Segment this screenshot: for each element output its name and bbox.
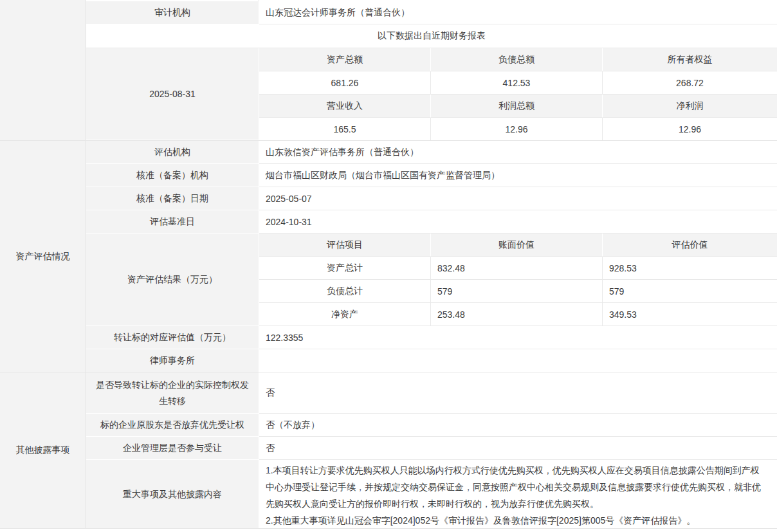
field-label-control-transfer: 是否导致转让标的企业的实际控制权发生转移 xyxy=(86,372,259,414)
field-value-approve-date: 2025-05-07 xyxy=(259,187,777,210)
field-value-major-disclosure: 1.本项目转让方要求优先购买权人只能以场内行权方式行使优先购买权，优先购买权人应… xyxy=(259,460,777,528)
eval-table-row-assets: 资产总计 832.48 928.53 xyxy=(259,257,777,280)
header-cell-total-liabilities: 负债总额 xyxy=(431,48,603,71)
financial-header-row-2: 营业收入 利润总额 净利润 xyxy=(259,95,777,118)
financial-table: 资产总额 负债总额 所有者权益 681.26 412.53 268.72 营业收… xyxy=(259,48,777,140)
header-cell-total-profit: 利润总额 xyxy=(431,95,603,118)
field-label-approve-date: 核准（备案）日期 xyxy=(86,187,259,210)
value-cell-total-assets: 681.26 xyxy=(259,71,431,95)
value-cell-net-profit: 12.96 xyxy=(603,118,777,140)
value-cell-total-profit: 12.96 xyxy=(431,118,603,140)
value-cell-total-liabilities: 412.53 xyxy=(431,71,603,95)
field-value-transfer-value: 122.3355 xyxy=(259,326,777,349)
audit-org-row: 审计机构 山东冠达会计师事务所（普通合伙） xyxy=(86,1,777,24)
assessed-cell-net-assets: 349.53 xyxy=(603,303,777,326)
value-cell-owner-equity: 268.72 xyxy=(603,71,777,95)
field-value-law-firm xyxy=(259,349,777,372)
header-cell-eval-item: 评估项目 xyxy=(259,234,431,257)
bottom-strip xyxy=(0,529,777,532)
field-label-base-date: 评估基准日 xyxy=(86,210,259,234)
section-asset-evaluation: 资产评估情况 评估机构 山东敦信资产评估事务所（普通合伙） 核准（备案）机构 烟… xyxy=(0,141,777,372)
field-label-waiver: 标的企业原股东是否放弃优先受让权 xyxy=(86,414,259,437)
value-cell-revenue: 165.5 xyxy=(259,118,431,140)
field-label-major-disclosure: 重大事项及其他披露内容 xyxy=(86,460,259,528)
field-label-eval-result: 资产评估结果（万元） xyxy=(86,234,259,326)
field-label-approve-org: 核准（备案）机构 xyxy=(86,164,259,187)
major-disclosure-line-1: 1.本项目转让方要求优先购买权人只能以场内行权方式行使优先购买权，优先购买权人应… xyxy=(266,462,767,512)
field-label-audit-org: 审计机构 xyxy=(86,1,259,24)
field-label-law-firm: 律师事务所 xyxy=(86,349,259,372)
eval-agency-row: 评估机构 山东敦信资产评估事务所（普通合伙） xyxy=(86,141,777,164)
field-label-eval-agency: 评估机构 xyxy=(86,141,259,164)
section-other-disclosure: 其他披露事项 是否导致转让标的企业的实际控制权发生转移 否 标的企业原股东是否放… xyxy=(0,372,777,529)
field-value-audit-org: 山东冠达会计师事务所（普通合伙） xyxy=(259,1,777,24)
financial-date-label: 2025-08-31 xyxy=(86,48,259,140)
approve-date-row: 核准（备案）日期 2025-05-07 xyxy=(86,187,777,210)
header-cell-net-profit: 净利润 xyxy=(603,95,777,118)
field-value-approve-org: 烟台市福山区财政局（烟台市福山区国有资产监督管理局） xyxy=(259,164,777,187)
transfer-value-row: 转让标的对应评估值（万元） 122.3355 xyxy=(86,326,777,349)
approve-org-row: 核准（备案）机构 烟台市福山区财政局（烟台市福山区国有资产监督管理局） xyxy=(86,164,777,187)
field-value-eval-agency: 山东敦信资产评估事务所（普通合伙） xyxy=(259,141,777,164)
financial-header-row-1: 资产总额 负债总额 所有者权益 xyxy=(259,48,777,71)
assessed-cell-total-liabilities: 579 xyxy=(603,280,777,303)
base-date-row: 评估基准日 2024-10-31 xyxy=(86,210,777,234)
sidebar-label-other-disclosure: 其他披露事项 xyxy=(0,372,86,528)
header-cell-book-value: 账面价值 xyxy=(431,234,603,257)
item-cell-net-assets: 净资产 xyxy=(259,303,431,326)
header-cell-revenue: 营业收入 xyxy=(259,95,431,118)
section-audit-financial: 审计机构 山东冠达会计师事务所（普通合伙） 以下数据出自近期财务报表 2025-… xyxy=(0,1,777,141)
item-cell-total-liabilities: 负债总计 xyxy=(259,280,431,303)
eval-result-table: 评估项目 账面价值 评估价值 资产总计 832.48 928.53 负债总计 5… xyxy=(259,234,777,326)
financial-value-row-1: 681.26 412.53 268.72 xyxy=(259,71,777,95)
major-disclosure-row: 重大事项及其他披露内容 1.本项目转让方要求优先购买权人只能以场内行权方式行使优… xyxy=(86,460,777,528)
book-cell-total-liabilities: 579 xyxy=(431,280,603,303)
header-cell-assessed-value: 评估价值 xyxy=(603,234,777,257)
book-cell-total-assets: 832.48 xyxy=(431,257,603,280)
assessed-cell-total-assets: 928.53 xyxy=(603,257,777,280)
waiver-row: 标的企业原股东是否放弃优先受让权 否（不放弃） xyxy=(86,414,777,437)
sidebar-cell-empty xyxy=(0,1,86,140)
item-cell-total-assets: 资产总计 xyxy=(259,257,431,280)
financial-value-row-2: 165.5 12.96 12.96 xyxy=(259,118,777,140)
book-cell-net-assets: 253.48 xyxy=(431,303,603,326)
control-transfer-row: 是否导致转让标的企业的实际控制权发生转移 否 xyxy=(86,372,777,414)
header-cell-total-assets: 资产总额 xyxy=(259,48,431,71)
law-firm-row: 律师事务所 xyxy=(86,349,777,372)
eval-result-row: 资产评估结果（万元） 评估项目 账面价值 评估价值 资产总计 832.48 92… xyxy=(86,234,777,326)
major-disclosure-line-2: 2.其他重大事项详见山冠会审字[2024]052号《审计报告》及鲁敦信评报字[2… xyxy=(266,512,767,528)
field-label-transfer-value: 转让标的对应评估值（万元） xyxy=(86,326,259,349)
eval-table-row-liabilities: 负债总计 579 579 xyxy=(259,280,777,303)
disclosure-table-page: 审计机构 山东冠达会计师事务所（普通合伙） 以下数据出自近期财务报表 2025-… xyxy=(0,0,777,532)
eval-table-header-row: 评估项目 账面价值 评估价值 xyxy=(259,234,777,257)
header-cell-owner-equity: 所有者权益 xyxy=(603,48,777,71)
eval-table-row-net-assets: 净资产 253.48 349.53 xyxy=(259,303,777,326)
financial-note-row: 以下数据出自近期财务报表 xyxy=(86,24,777,48)
financial-note-text: 以下数据出自近期财务报表 xyxy=(86,24,777,48)
sidebar-label-asset-evaluation: 资产评估情况 xyxy=(0,141,86,372)
field-label-management: 企业管理层是否参与受让 xyxy=(86,437,259,460)
field-value-waiver: 否（不放弃） xyxy=(259,414,777,437)
financial-snapshot-row: 2025-08-31 资产总额 负债总额 所有者权益 681.26 412.53… xyxy=(86,48,777,140)
field-value-control-transfer: 否 xyxy=(259,372,777,414)
field-value-base-date: 2024-10-31 xyxy=(259,210,777,234)
field-value-management: 否 xyxy=(259,437,777,460)
management-row: 企业管理层是否参与受让 否 xyxy=(86,437,777,460)
